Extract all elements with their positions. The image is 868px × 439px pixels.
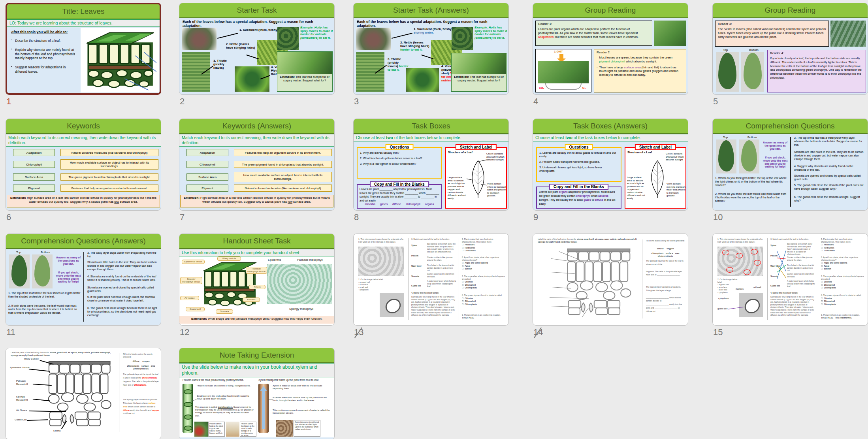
reader4-label: Reader 4: (770, 51, 863, 55)
slide-thumbnail-10[interactable]: Comprehension Questions Top Bottom Answe… (712, 119, 868, 211)
slide-number: 5 (713, 96, 729, 107)
checkbox-icon: ☐ (821, 297, 823, 300)
slide-cell-9: Task Boxes (Answers) Choose at least two… (533, 119, 688, 222)
top-label: Top (723, 136, 728, 139)
option: ☐Chlorine (462, 281, 506, 283)
option: ☐Chlorine (821, 297, 865, 300)
questions-box: Questions 1. Why are leaves usually thin… (357, 147, 442, 179)
slide-thumbnail-17[interactable]: Note Taking Extension Use the slide belo… (179, 348, 335, 439)
text: of the task boxes below to complete. (572, 135, 641, 140)
fill-blanks-heading: Copy and Fill in the Blanks (549, 184, 608, 190)
questions-heading: Questions (565, 144, 593, 150)
stoma-circle (751, 249, 758, 254)
ws-q9: 9. Photosynthesis is an exothermic react… (821, 314, 865, 319)
slide-thumbnail-16[interactable]: Label the parts of the leaf using the wo… (6, 348, 161, 439)
checkbox-icon: ☐ (462, 249, 463, 252)
slide-content: After this topic you will be able to: ▪D… (7, 27, 160, 93)
checkbox-icon: ☐ (462, 281, 463, 283)
pointer-line (269, 399, 273, 400)
objective-item: ▪Explain why stomata are mainly found at… (11, 48, 78, 60)
phloem-point-1: Phloem is made of columns of living, elo… (197, 384, 253, 387)
slide-title: Keywords (6, 119, 161, 134)
keyword-box: Surface Area (186, 173, 228, 181)
answer-item: 1. Leaves are usually thin to allow gase… (539, 151, 618, 158)
option: ☐Chloroplasts (462, 303, 506, 306)
answer-word: photosynthesis (142, 377, 157, 379)
slide-content: Each of the leaves below has a special a… (354, 18, 508, 94)
option: ☐Herbivores (821, 247, 865, 249)
slide-content: 1. This microscope image shows the under… (713, 234, 868, 325)
label-tag: Spongy mesophyll tissue (180, 277, 202, 284)
answer-word: chloroplasts (134, 384, 146, 386)
ws-q6: 6. Apart from plants, what other organis… (462, 256, 506, 271)
label-tag: Phloem (243, 298, 260, 302)
slide-number: 7 (180, 212, 196, 222)
slide-title: Group Reading (713, 3, 868, 18)
label-instruction: Label the parts of the leaf using the wo… (538, 238, 639, 243)
keyword-box: Chlorophyll (186, 161, 228, 168)
slide-thumbnail-7[interactable]: Keywords (Answers) Match each keyword to… (179, 119, 335, 211)
leaf-photo-small (538, 61, 589, 83)
ws-q8: 8. The green pigment found in plants is … (462, 294, 506, 306)
slide-content: Questions 1. Why are leaves usually thin… (354, 141, 508, 210)
option: ☐Herbivores (462, 247, 506, 249)
answer-word: diffuse (123, 409, 130, 411)
question-1: 1. Which do you think gets hotter; the t… (715, 177, 788, 187)
slide-thumbnail-6[interactable]: Keywords Match each keyword to its corre… (6, 119, 161, 211)
diagram-label: Air Space (16, 409, 27, 412)
match-def: Specialised cells which close the stomat… (427, 243, 456, 253)
phloem-caption-1: Phloem carries food up the plant to grow… (208, 422, 225, 437)
slide-cell-10: Comprehension Questions Top Bottom Answe… (712, 119, 868, 222)
sketch-label-box: Sketch and Label Structure of a Leaf Gre… (445, 147, 507, 209)
stoma-label-cellwall: cell wall (753, 286, 761, 289)
slide-thumbnail-11[interactable]: Comprehension Questions (Answers) Top Bo… (6, 234, 161, 326)
slide-title: Title: Leaves (7, 4, 160, 19)
leaf-bottom-photo (741, 52, 764, 92)
correct-option: Chlorophyll (824, 300, 835, 303)
objectives-panel: After this topic you will be able to: ▪D… (11, 30, 78, 74)
slide-thumbnail-12[interactable]: Handout Sheet Task Use this information … (179, 234, 335, 326)
label-instruction: Label the parts of the leaf using the wo… (11, 351, 112, 357)
leaf-shape (741, 140, 757, 171)
keyword-box: Surface Area (13, 173, 55, 181)
slide-thumbnail-9[interactable]: Task Boxes (Answers) Choose at least two… (533, 119, 688, 211)
ws-q7: 7. The organelles where photosynthesis h… (821, 275, 865, 290)
text: sunlight. They are usually thin to allow (539, 198, 584, 201)
text: Choose at least (535, 135, 565, 140)
text: 7. The organelles where photosynthesis h… (462, 275, 505, 280)
option-text: Chloroplasts (465, 286, 477, 289)
sieve-plate (184, 389, 192, 394)
slide-thumbnail-2[interactable]: Starter Task Each of the leaves below ha… (179, 3, 335, 95)
leaf-bottom-photo (32, 254, 53, 288)
leaf-top-photo (716, 52, 739, 92)
label-tag: Epidermal tissue (182, 260, 205, 264)
stoma-label-nucleus: nucleus (736, 288, 744, 290)
question-6: 6. The guard cells close the stomata at … (794, 196, 865, 203)
correct-option: Producers (824, 243, 834, 246)
learning-objective: LO: Today we are learning about the stru… (7, 19, 160, 27)
dash-icon: - (597, 56, 598, 63)
leaf-sketch (646, 156, 669, 202)
slide-thumbnail-4[interactable]: Group Reading Reader 1: Leaves are plant… (533, 3, 688, 95)
match-def: Carries water up the plant from the root… (427, 273, 456, 278)
slide-thumbnail-15[interactable]: 1. This microscope image shows the under… (712, 234, 868, 326)
label-green: Green: contains chlorophyll which absorb… (486, 153, 506, 162)
slide-thumbnail-8[interactable]: Task Boxes Choose at least two of the ta… (353, 119, 509, 211)
slide-content: Adaptation Features that help an organis… (179, 147, 334, 210)
slide-thumbnail-3[interactable]: Starter Task (Answers) Each of the leave… (353, 3, 509, 95)
objective-item: ▪Describe the structure of a leaf. (11, 39, 78, 43)
slide-cell-17: Note Taking Extension Use the slide belo… (179, 348, 335, 439)
option: ☐Chloroplasts (821, 286, 865, 289)
fill-blanks-box: Copy and Fill in the Blanks Leaves are p… (536, 187, 621, 209)
slide-thumbnail-5[interactable]: Group Reading Reader 3: The ‘veins’ in l… (712, 3, 868, 95)
checkbox-icon: ☐ (462, 286, 463, 289)
fill-blanks-heading: Copy and Fill in the Blanks (370, 181, 429, 187)
question-3: 3. The top of the leaf has a waterproof … (794, 136, 865, 147)
water-arrow-head (260, 386, 267, 391)
definition-box: Natural coloured molecules (like caroten… (234, 185, 332, 192)
slide-thumbnail-13[interactable]: 1. This microscope image shows the under… (353, 234, 509, 326)
xylem-point-2: It carries water and mineral ions up the… (273, 396, 332, 402)
slide-thumbnail-14[interactable]: Label the parts of the leaf using the wo… (533, 234, 688, 326)
slide-thumbnail-1[interactable]: Title: Leaves LO: Today we are learning … (6, 3, 161, 95)
slide-cell-15: 1. This microscope image shows the under… (712, 234, 868, 337)
